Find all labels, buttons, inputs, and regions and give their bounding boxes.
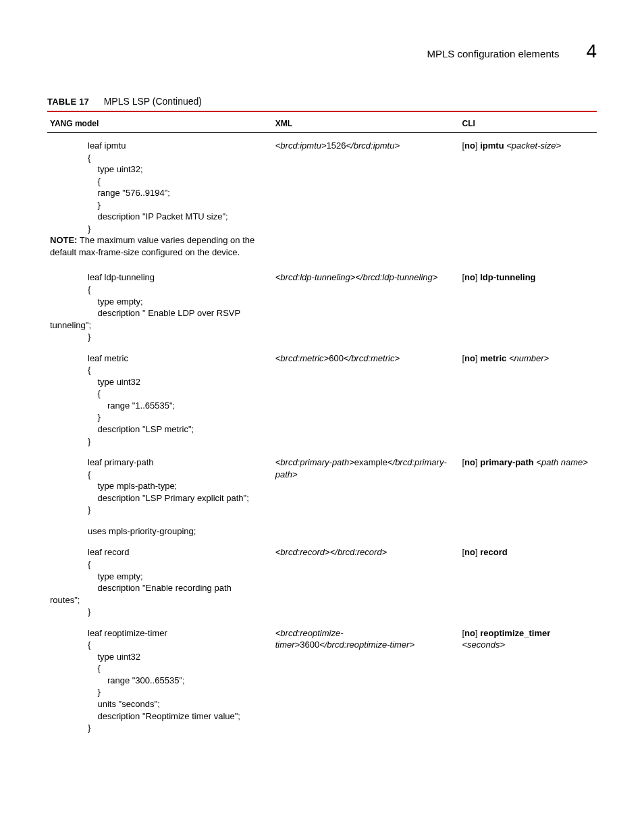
- table-header-row: YANG model XML CLI: [47, 116, 597, 133]
- xml-tag-close: </brcd:metric>: [344, 353, 400, 363]
- cli-no: no: [464, 547, 475, 557]
- xml-tag-close: </brcd:reoptimize-timer>: [319, 640, 414, 650]
- xml-tag-open: <brcd:ipmtu>: [275, 140, 327, 151]
- yang-ipmtu-note: NOTE: The maximum value varies depending…: [50, 234, 270, 262]
- xml-primary: <brcd:primary-path>example</brcd:primary…: [273, 450, 460, 519]
- xml-tag-open: <brcd:primary-path>: [275, 457, 354, 467]
- xml-value: example: [354, 457, 387, 467]
- cli-arg: <number>: [509, 353, 549, 363]
- table-number: TABLE 17: [47, 97, 89, 107]
- xml-ldp: <brcd:ldp-tunneling></brcd:ldp-tunneling…: [273, 265, 460, 345]
- xml-tag-open: <brcd:ldp-tunneling>: [275, 272, 356, 282]
- xml-tag-open: <brcd:record>: [275, 547, 330, 557]
- mpls-lsp-table: YANG model XML CLI leaf ipmtu { type uin…: [47, 116, 597, 737]
- cli-cmd: ipmtu: [480, 140, 504, 151]
- cli-arg: <seconds>: [462, 640, 505, 650]
- xml-value: 600: [329, 353, 344, 363]
- cli-arg: <packet-size>: [506, 140, 561, 151]
- table-row: leaf ldp-tunneling { type empty; descrip…: [47, 265, 597, 345]
- xml-metric: <brcd:metric>600</brcd:metric>: [273, 346, 460, 450]
- table-rule: [47, 111, 597, 112]
- xml-value: 1526: [327, 140, 346, 151]
- yang-ipmtu: leaf ipmtu { type uint32; { range "576..…: [50, 140, 270, 234]
- xml-reopt: <brcd:reoptimize-timer>3600</brcd:reopti…: [273, 621, 460, 737]
- cli-cmd: reoptimize_timer: [480, 628, 550, 638]
- cli-primary: [no] primary-path <path name>: [459, 450, 597, 519]
- table-row: uses mpls-priority-grouping;: [47, 519, 597, 540]
- cli-ipmtu: [no] ipmtu <packet-size>: [459, 133, 597, 265]
- cli-cmd: primary-path: [480, 457, 533, 467]
- table-row: leaf ipmtu { type uint32; { range "576..…: [47, 133, 597, 265]
- header-chapter-number: 4: [586, 41, 597, 62]
- col-header-xml: XML: [273, 116, 460, 133]
- cli-no: no: [464, 140, 475, 151]
- yang-ldp-post: }: [50, 331, 270, 343]
- xml-record: <brcd:record></brcd:record>: [273, 540, 460, 620]
- table-title: MPLS LSP (Continued): [104, 96, 202, 107]
- note-text: The maximum value varies depending on th…: [50, 235, 254, 257]
- xml-tag-close: </brcd:record>: [330, 547, 387, 557]
- cli-arg: <path name>: [536, 457, 588, 467]
- cli-record: [no] record: [459, 540, 597, 620]
- note-label: NOTE:: [50, 235, 77, 245]
- yang-ldp-pre: leaf ldp-tunneling { type empty; descrip…: [50, 271, 270, 319]
- cli-cmd: metric: [480, 353, 506, 363]
- cli-no: no: [464, 353, 475, 363]
- table-row: leaf primary-path { type mpls-path-type;…: [47, 450, 597, 519]
- xml-tag-close: </brcd:ipmtu>: [346, 140, 400, 151]
- yang-reopt: leaf reoptimize-timer { type uint32 { ra…: [50, 627, 270, 734]
- col-header-cli: CLI: [459, 116, 597, 133]
- page-header: MPLS configuration elements 4: [47, 41, 597, 62]
- table-row: leaf reoptimize-timer { type uint32 { ra…: [47, 621, 597, 737]
- yang-record-post: }: [50, 606, 270, 618]
- xml-value: 3600: [300, 640, 319, 650]
- col-header-yang: YANG model: [47, 116, 273, 133]
- cli-cmd: record: [480, 547, 507, 557]
- yang-uses: uses mpls-priority-grouping;: [50, 525, 270, 538]
- cli-no: no: [464, 457, 475, 467]
- xml-ipmtu: <brcd:ipmtu>1526</brcd:ipmtu>: [273, 133, 460, 265]
- cli-cmd: ldp-tunneling: [480, 272, 535, 282]
- table-row: leaf record { type empty; description "E…: [47, 540, 597, 620]
- header-section-title: MPLS configuration elements: [427, 48, 559, 59]
- table-row: leaf metric { type uint32 { range "1..65…: [47, 346, 597, 450]
- yang-primary: leaf primary-path { type mpls-path-type;…: [50, 457, 270, 516]
- yang-ldp-out: tunneling";: [50, 319, 270, 332]
- cli-metric: [no] metric <number>: [459, 346, 597, 450]
- cli-ldp: [no] ldp-tunneling: [459, 265, 597, 345]
- yang-record-pre: leaf record { type empty; description "E…: [50, 546, 270, 594]
- xml-tag-close: </brcd:ldp-tunneling>: [355, 272, 437, 282]
- cli-no: no: [464, 272, 475, 282]
- xml-tag-open: <brcd:metric>: [275, 353, 329, 363]
- cli-reopt: [no] reoptimize_timer <seconds>: [459, 621, 597, 737]
- yang-record-out: routes";: [50, 594, 270, 606]
- table-caption: TABLE 17 MPLS LSP (Continued): [47, 96, 597, 107]
- cli-no: no: [464, 628, 475, 638]
- yang-metric: leaf metric { type uint32 { range "1..65…: [50, 353, 270, 447]
